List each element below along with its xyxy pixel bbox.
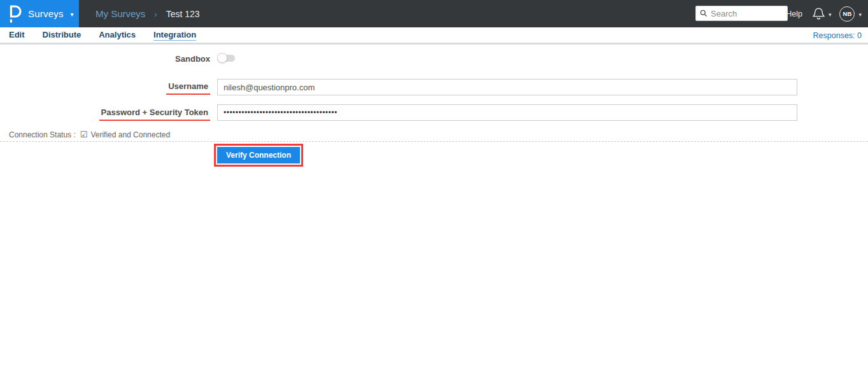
password-field[interactable]: [217, 104, 797, 121]
sandbox-toggle[interactable]: [218, 54, 235, 62]
breadcrumb-separator-icon: ›: [154, 10, 157, 19]
breadcrumb-my-surveys[interactable]: My Surveys: [96, 8, 145, 19]
checkbox-checked-icon: ☑: [80, 130, 88, 139]
questionpro-logo-icon: [9, 5, 22, 23]
page: Surveys ▾ My Surveys › Test 123 Help ▾: [0, 0, 868, 381]
product-label: Surveys: [28, 8, 64, 19]
sandbox-label: Sandbox: [0, 54, 210, 64]
bell-icon: [813, 7, 825, 20]
user-menu[interactable]: NB ▾: [839, 6, 862, 22]
verify-connection-button[interactable]: Verify Connection: [217, 147, 300, 163]
sandbox-label-text: Sandbox: [175, 54, 210, 64]
search-input[interactable]: [711, 9, 783, 18]
toggle-knob: [217, 53, 227, 63]
breadcrumb-current-survey: Test 123: [166, 9, 200, 19]
chevron-down-icon: ▾: [858, 11, 862, 18]
section-divider: [0, 141, 868, 142]
password-label-text: Password + Security Token: [99, 107, 210, 121]
help-link[interactable]: Help: [786, 10, 802, 18]
search-box[interactable]: [695, 6, 788, 21]
tab-analytics[interactable]: Analytics: [99, 30, 136, 41]
password-label: Password + Security Token: [0, 107, 210, 121]
search-icon: [700, 10, 708, 17]
username-field[interactable]: [217, 79, 797, 95]
product-menu[interactable]: Surveys ▾: [0, 0, 79, 27]
tab-distribute[interactable]: Distribute: [43, 30, 82, 41]
top-navbar: Surveys ▾ My Surveys › Test 123 Help ▾: [0, 0, 868, 27]
responses-count[interactable]: Responses: 0: [813, 31, 862, 40]
navbar-right: Help ▾ NB ▾: [786, 0, 862, 27]
connection-status: Connection Status : ☑ Verified and Conne…: [9, 130, 170, 139]
username-label-text: Username: [166, 81, 210, 95]
tab-edit[interactable]: Edit: [9, 30, 25, 41]
breadcrumb: My Surveys › Test 123: [96, 0, 200, 27]
avatar: NB: [839, 6, 855, 22]
survey-tabbar: Edit Distribute Analytics Integration Re…: [0, 27, 868, 45]
connection-status-value: Verified and Connected: [90, 130, 170, 139]
chevron-down-icon: ▾: [71, 11, 74, 18]
tab-integration[interactable]: Integration: [153, 30, 196, 41]
username-label: Username: [0, 81, 210, 95]
connection-status-label: Connection Status :: [9, 130, 76, 139]
chevron-down-icon: ▾: [829, 11, 832, 18]
notifications-menu[interactable]: ▾: [813, 7, 832, 20]
click-highlight-box: Verify Connection: [214, 144, 303, 167]
